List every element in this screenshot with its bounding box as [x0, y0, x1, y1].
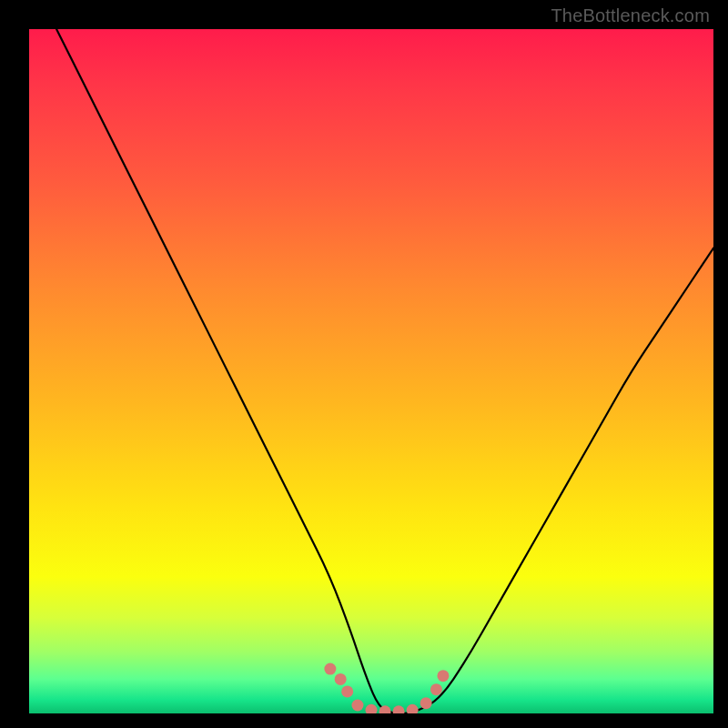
chart-frame: TheBottleneck.com — [0, 0, 728, 728]
curve-markers — [324, 663, 449, 713]
curve-marker — [335, 673, 347, 685]
curve-marker — [437, 670, 449, 682]
curve-marker — [351, 699, 363, 711]
curve-marker — [430, 683, 442, 695]
bottleneck-curve-svg — [29, 29, 713, 713]
curve-marker — [324, 663, 336, 675]
curve-marker — [407, 704, 419, 713]
attribution-label: TheBottleneck.com — [551, 5, 710, 26]
curve-marker — [341, 685, 353, 697]
bottleneck-curve — [56, 29, 713, 713]
curve-marker — [420, 697, 432, 709]
curve-marker — [366, 704, 378, 713]
curve-marker — [393, 705, 405, 713]
plot-gradient-background — [29, 29, 713, 713]
